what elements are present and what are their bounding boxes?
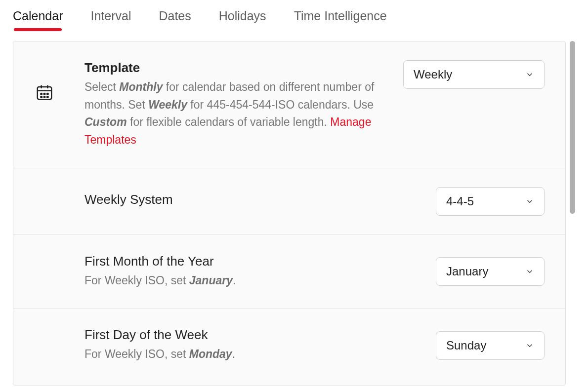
template-select[interactable]: Weekly	[403, 60, 545, 89]
chevron-down-icon	[525, 267, 534, 276]
chevron-down-icon	[525, 70, 534, 79]
row-first-day: First Day of the Week For Weekly ISO, se…	[13, 309, 565, 382]
first-day-select-value: Sunday	[446, 339, 486, 352]
first-day-select[interactable]: Sunday	[436, 331, 545, 360]
weekly-system-select-value: 4-4-5	[446, 194, 474, 208]
template-title: Template	[84, 60, 383, 76]
first-day-description: For Weekly ISO, set Monday.	[84, 346, 416, 363]
chevron-down-icon	[525, 341, 534, 350]
tab-calendar[interactable]: Calendar	[13, 9, 63, 29]
calendar-icon	[35, 83, 54, 102]
svg-point-7	[41, 96, 42, 98]
tab-dates[interactable]: Dates	[159, 9, 191, 29]
tab-interval[interactable]: Interval	[90, 9, 131, 29]
first-month-description: For Weekly ISO, set January.	[84, 272, 416, 290]
panel-scrollbar[interactable]	[570, 41, 575, 386]
svg-point-6	[47, 93, 48, 95]
tab-time-intelligence[interactable]: Time Intelligence	[294, 9, 387, 29]
tab-holidays[interactable]: Holidays	[219, 9, 266, 29]
svg-point-4	[41, 93, 42, 95]
svg-point-5	[44, 93, 45, 95]
row-first-month: First Month of the Year For Weekly ISO, …	[13, 235, 565, 309]
weekly-system-title: Weekly System	[84, 192, 416, 207]
first-day-title: First Day of the Week	[84, 327, 416, 343]
first-month-title: First Month of the Year	[84, 254, 416, 269]
row-weekly-system: Weekly System 4-4-5	[13, 168, 565, 235]
tabs-bar: Calendar Interval Dates Holidays Time In…	[0, 0, 588, 29]
scrollbar-thumb[interactable]	[570, 41, 575, 214]
weekly-system-select[interactable]: 4-4-5	[436, 187, 545, 216]
svg-point-9	[47, 96, 48, 98]
row-template: Template Select Monthly for calendar bas…	[13, 41, 565, 168]
first-month-select[interactable]: January	[436, 257, 545, 286]
template-select-value: Weekly	[414, 68, 452, 81]
chevron-down-icon	[525, 197, 534, 206]
svg-point-8	[44, 96, 45, 98]
first-month-select-value: January	[446, 265, 488, 278]
settings-panel: Template Select Monthly for calendar bas…	[13, 41, 566, 386]
template-description: Select Monthly for calendar based on dif…	[84, 78, 383, 149]
